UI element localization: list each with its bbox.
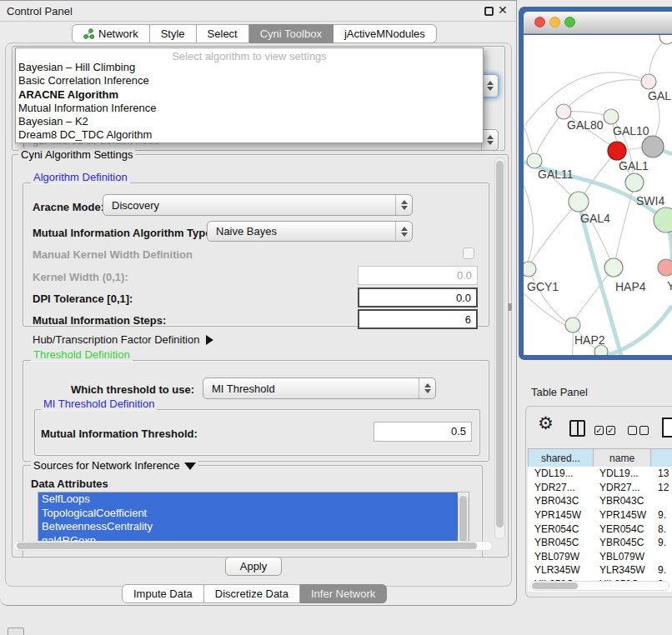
node-label-hap4: HAP4: [615, 280, 646, 293]
network-edge[interactable]: [614, 191, 633, 268]
algorithm-dropdown-popup: Select algorithm to view settings Bayesi…: [15, 48, 484, 143]
algorithm-option-aracne-algorithm[interactable]: ARACNE Algorithm: [16, 88, 483, 102]
algorithm-option-dream8-dc-tdc-algorithm[interactable]: Dream8 DC_TDC Algorithm: [16, 128, 483, 142]
aracne-mode-combo[interactable]: Discovery: [103, 194, 413, 216]
checked-column-icon[interactable]: ✓: [594, 426, 604, 435]
float-window-icon[interactable]: [484, 7, 494, 16]
tab-cyni-toolbox[interactable]: Cyni Toolbox: [249, 24, 333, 43]
mi-steps-field[interactable]: 6: [358, 309, 478, 329]
node-label-swi4: SWI4: [636, 194, 664, 208]
dpi-tolerance-field[interactable]: 0.0: [358, 288, 478, 308]
node-table-body: YDL19...YDL19...13YDR27...YDR27...12YBR0…: [528, 467, 672, 592]
checked-column-icon[interactable]: ✓: [606, 426, 615, 435]
attribute-item-selfloops[interactable]: SelfLoops: [38, 492, 458, 507]
network-edge[interactable]: [530, 202, 579, 263]
table-row[interactable]: YDL19...YDL19...13: [528, 467, 672, 481]
sources-toggle[interactable]: Sources for Network Inference: [31, 459, 198, 472]
algorithm-option-bayesian-k2[interactable]: Bayesian – K2: [16, 115, 483, 128]
split-columns-icon[interactable]: [569, 420, 585, 437]
network-edge[interactable]: [524, 185, 533, 262]
combo-spinner-icon: [395, 222, 412, 241]
table-row[interactable]: YBL079WYBL079W: [528, 550, 672, 564]
tab-network[interactable]: Network: [72, 24, 150, 43]
table-row[interactable]: YPR145WYPR145W9.: [528, 508, 672, 522]
network-node[interactable]: [658, 259, 672, 276]
table-row[interactable]: YBR043CYBR043C: [528, 494, 672, 508]
traffic-close-icon[interactable]: [534, 17, 545, 28]
network-node[interactable]: [641, 74, 656, 89]
docked-panel-button[interactable]: [8, 628, 24, 635]
network-edge[interactable]: [568, 80, 649, 108]
network-node[interactable]: [654, 208, 672, 232]
algorithm-option-bayesian-hill-climbing[interactable]: Bayesian – Hill Climbing: [16, 61, 483, 74]
hub-definition-toggle[interactable]: Hub/Transcription Factor Definition: [33, 333, 213, 346]
control-panel-title: Control Panel: [7, 5, 73, 18]
settings-vertical-scrollbar[interactable]: [494, 158, 505, 539]
node-label-gal11: GAL11: [538, 168, 574, 181]
control-panel-titlebar[interactable]: Control Panel ✕: [0, 1, 516, 22]
tab-impute-data[interactable]: Impute Data: [122, 584, 204, 603]
settings-horizontal-scrollbar[interactable]: [13, 541, 493, 551]
traffic-zoom-icon[interactable]: [564, 17, 575, 28]
tab-jactivemnodules[interactable]: jActiveMNodules: [333, 24, 437, 43]
kernel-width-field[interactable]: 0.0: [358, 266, 478, 285]
expand-right-icon: [206, 335, 213, 345]
unchecked-column-icon[interactable]: [628, 426, 637, 435]
attribute-item-betweennesscentrality[interactable]: BetweennessCentrality: [38, 520, 458, 534]
tab-infer-network[interactable]: Infer Network: [300, 584, 387, 603]
algorithm-option-basic-correlation-inference[interactable]: Basic Correlation Inference: [16, 74, 483, 88]
network-node[interactable]: [659, 35, 672, 44]
table-horizontal-scrollbar[interactable]: [529, 581, 669, 591]
traffic-minimize-icon[interactable]: [549, 17, 560, 28]
apply-button[interactable]: Apply: [225, 557, 282, 576]
network-view-window: GALGAL80GAL10GAL1GAL11SWI4GAL4GCY1HAP4YH…: [519, 7, 672, 360]
table-row[interactable]: YLR345WYLR345W9.: [528, 563, 672, 578]
combo-spinner-icon: [395, 195, 412, 215]
tab-style[interactable]: Style: [150, 24, 197, 43]
network-node[interactable]: [565, 318, 580, 332]
table-row[interactable]: YER054CYER054C8.: [528, 522, 672, 536]
network-node[interactable]: [556, 104, 571, 119]
network-node[interactable]: [569, 192, 589, 212]
network-node[interactable]: [604, 109, 619, 124]
network-node[interactable]: [527, 153, 542, 168]
network-node[interactable]: [604, 258, 623, 277]
tab-select[interactable]: Select: [197, 24, 249, 43]
document-icon[interactable]: [662, 418, 672, 438]
table-row[interactable]: YBR045CYBR045C9.: [528, 536, 672, 550]
attr-list-scrollbar[interactable]: [458, 493, 469, 547]
mi-threshold-label: Mutual Information Threshold:: [41, 428, 198, 440]
mi-type-combo[interactable]: Naive Bayes: [207, 221, 413, 242]
network-canvas[interactable]: GALGAL80GAL10GAL1GAL11SWI4GAL4GCY1HAP4YH…: [524, 35, 672, 355]
column-header-shared[interactable]: shared...: [529, 449, 594, 468]
kernel-width-label: Kernel Width (0,1):: [33, 271, 128, 283]
which-threshold-combo[interactable]: MI Threshold: [203, 378, 436, 399]
tab-discretize-data[interactable]: Discretize Data: [204, 584, 300, 603]
node-label-gal1: GAL1: [619, 159, 649, 172]
network-node[interactable]: [524, 262, 536, 277]
panel-splitter-handle[interactable]: [508, 303, 512, 311]
column-header-extra[interactable]: [651, 449, 672, 468]
column-header-name[interactable]: name: [593, 449, 651, 468]
dpi-tolerance-label: DPI Tolerance [0,1]:: [33, 292, 133, 305]
table-panel-title: Table Panel: [531, 386, 588, 398]
close-icon[interactable]: ✕: [498, 3, 508, 17]
network-node[interactable]: [625, 173, 644, 192]
table-row[interactable]: YDR27...YDR27...12: [528, 481, 672, 495]
attribute-item-topologicalcoefficient[interactable]: TopologicalCoefficient: [38, 507, 458, 521]
collapse-down-icon: [184, 462, 196, 470]
cyni-algorithm-settings-group: Algorithm Definition Aracne Mode: Discov…: [12, 154, 509, 558]
algorithm-option-mutual-information-inference[interactable]: Mutual Information Inference: [16, 102, 483, 115]
network-edge[interactable]: [649, 39, 666, 74]
settings-gear-icon[interactable]: ⚙: [538, 413, 554, 433]
network-node[interactable]: [642, 136, 664, 158]
data-attributes-list[interactable]: SelfLoopsTopologicalCoefficientBetweenne…: [38, 492, 469, 548]
mi-threshold-field[interactable]: 0.5: [374, 422, 472, 442]
network-node[interactable]: [608, 142, 626, 160]
combo-spinner-icon: [481, 75, 498, 97]
network-window-titlebar[interactable]: [524, 12, 672, 34]
manual-kernel-checkbox[interactable]: [463, 248, 474, 259]
cyni-settings-legend: Cyni Algorithm Settings: [18, 148, 135, 161]
unchecked-column-icon[interactable]: [639, 426, 649, 435]
node-table-header: shared...name: [528, 448, 672, 468]
